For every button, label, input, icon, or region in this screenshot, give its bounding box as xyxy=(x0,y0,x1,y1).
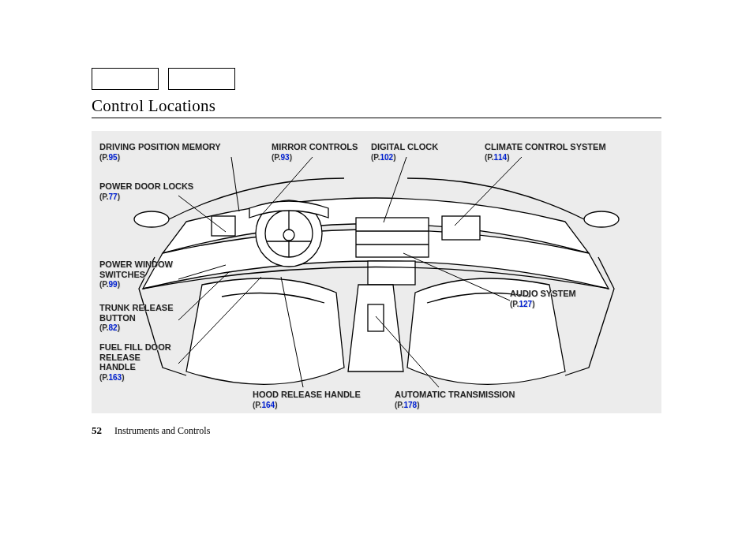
page-ref-127[interactable]: 127 xyxy=(519,300,533,308)
label-text: DRIVING POSITION MEMORY xyxy=(99,142,221,151)
section-name: Instruments and Controls xyxy=(114,425,210,437)
page-ref-164[interactable]: 164 xyxy=(262,401,275,409)
page-ref-93[interactable]: 93 xyxy=(281,153,290,162)
diagram-panel: DRIVING POSITION MEMORY (P.95) MIRROR CO… xyxy=(92,131,661,413)
label-text: DIGITAL CLOCK xyxy=(371,142,438,151)
page-ref-77[interactable]: 77 xyxy=(109,192,118,201)
svg-line-12 xyxy=(231,157,239,211)
page-ref-178[interactable]: 178 xyxy=(404,401,418,409)
page-title: Control Locations xyxy=(92,96,215,116)
svg-rect-10 xyxy=(212,216,235,236)
label-text: CLIMATE CONTROL SYSTEM xyxy=(485,142,606,151)
label-audio-system: AUDIO SYSTEM (P.127) xyxy=(510,289,576,308)
label-mirror-controls: MIRROR CONTROLS (P.93) xyxy=(272,142,358,162)
label-trunk-release-button: TRUNK RELEASE BUTTON (P.82) xyxy=(99,303,178,333)
page-ref-114[interactable]: 114 xyxy=(494,153,508,162)
page-footer: 52 Instruments and Controls xyxy=(92,424,210,437)
title-rule xyxy=(92,118,661,118)
svg-rect-5 xyxy=(356,218,429,257)
label-power-window-switches: POWER WINDOW SWITCHES (P.99) xyxy=(99,259,178,289)
header-box-2 xyxy=(168,68,235,90)
label-text: POWER DOOR LOCKS xyxy=(99,181,193,191)
page-ref-99[interactable]: 99 xyxy=(109,280,118,289)
label-text: TRUNK RELEASE BUTTON xyxy=(99,303,174,323)
page-ref-102[interactable]: 102 xyxy=(380,153,394,162)
page-ref-82[interactable]: 82 xyxy=(109,323,118,332)
label-text: AUDIO SYSTEM xyxy=(510,289,576,298)
svg-point-0 xyxy=(134,211,169,227)
label-fuel-fill-door-release-handle: FUEL FILL DOOR RELEASE HANDLE (P.163) xyxy=(99,342,178,383)
svg-point-4 xyxy=(283,230,294,241)
label-driving-position-memory: DRIVING POSITION MEMORY (P.95) xyxy=(99,142,221,162)
page-ref-95[interactable]: 95 xyxy=(109,153,118,162)
label-text: HOOD RELEASE HANDLE xyxy=(253,390,361,399)
label-hood-release-handle: HOOD RELEASE HANDLE (P.164) xyxy=(253,390,361,409)
svg-point-1 xyxy=(584,211,619,227)
header-boxes xyxy=(92,68,235,90)
label-digital-clock: DIGITAL CLOCK (P.102) xyxy=(371,142,438,162)
svg-rect-11 xyxy=(368,304,384,331)
label-climate-control-system: CLIMATE CONTROL SYSTEM (P.114) xyxy=(485,142,606,162)
label-automatic-transmission: AUTOMATIC TRANSMISSION (P.178) xyxy=(395,390,515,409)
label-text: POWER WINDOW SWITCHES xyxy=(99,259,173,279)
page-number: 52 xyxy=(92,424,102,437)
page-ref-163[interactable]: 163 xyxy=(109,373,122,382)
label-text: MIRROR CONTROLS xyxy=(272,142,358,151)
label-power-door-locks: POWER DOOR LOCKS (P.77) xyxy=(99,181,193,201)
label-text: AUTOMATIC TRANSMISSION xyxy=(395,390,515,399)
svg-rect-8 xyxy=(368,261,415,285)
header-box-1 xyxy=(92,68,159,90)
label-text: FUEL FILL DOOR RELEASE HANDLE xyxy=(99,342,171,371)
